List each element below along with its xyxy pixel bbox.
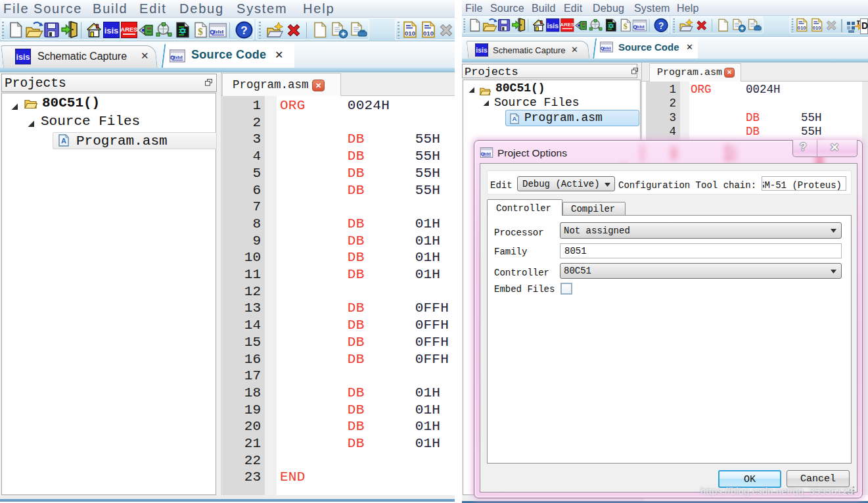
- svg-text:A: A: [61, 137, 66, 145]
- svg-text:?: ?: [240, 24, 247, 37]
- svg-text:isis: isis: [104, 26, 119, 36]
- svg-text:010: 010: [798, 25, 806, 31]
- svg-text:?: ?: [658, 20, 664, 31]
- svg-text:isis: isis: [16, 53, 30, 62]
- svg-text:isis: isis: [547, 22, 559, 30]
- svg-text:010: 010: [405, 30, 415, 37]
- svg-text:A: A: [513, 115, 517, 122]
- svg-text:$: $: [198, 26, 203, 37]
- svg-text:$: $: [624, 22, 628, 31]
- svg-text:isis: isis: [476, 47, 488, 54]
- svg-text:ARES: ARES: [121, 26, 137, 33]
- svg-text:010: 010: [423, 30, 434, 37]
- svg-text:ARES: ARES: [560, 22, 574, 28]
- svg-text:010: 010: [813, 25, 821, 31]
